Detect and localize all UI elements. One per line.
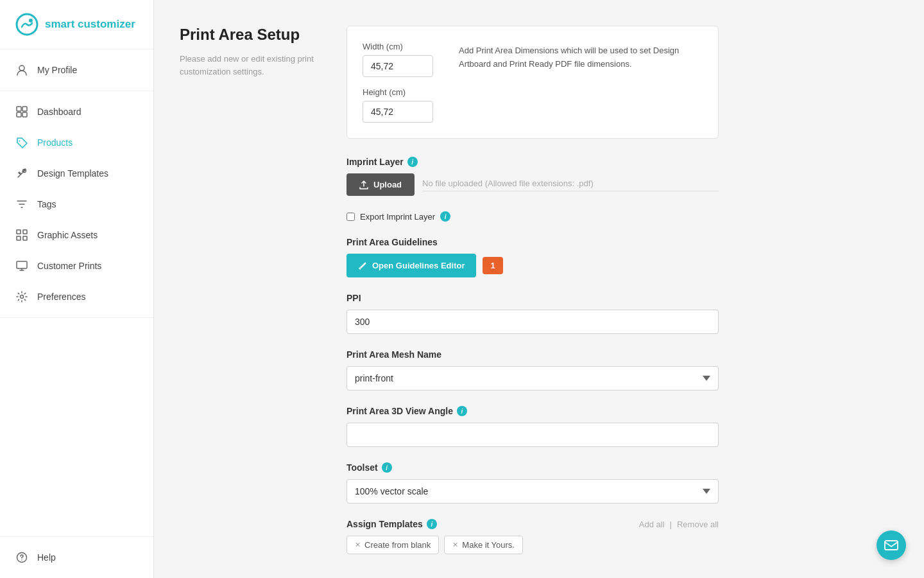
svg-rect-4 — [22, 107, 27, 111]
page-subtitle: Please add new or edit existing print cu… — [180, 53, 321, 78]
chip-close-icon[interactable]: ✕ — [355, 541, 361, 549]
toolset-select[interactable]: 100% vector scale 50% vector scale Raste… — [346, 479, 719, 504]
page-title: Print Area Setup — [180, 26, 321, 44]
export-imprint-info-icon[interactable]: i — [440, 211, 450, 222]
logo-text: smart customizer — [45, 18, 135, 31]
upload-hint: No file uploaded (Allowed file extension… — [422, 179, 719, 191]
guidelines-section: Print Area Guidelines Open Guidelines Ed… — [346, 237, 719, 277]
sidebar-item-design-templates[interactable]: Design Templates — [0, 158, 153, 189]
remove-all-link[interactable]: Remove all — [677, 520, 719, 529]
svg-point-14 — [21, 295, 24, 299]
export-imprint-label[interactable]: Export Imprint Layer i — [346, 211, 719, 222]
gear-icon — [15, 290, 28, 303]
view-angle-info-icon[interactable]: i — [457, 406, 467, 416]
width-input[interactable] — [363, 55, 433, 77]
svg-rect-13 — [17, 261, 27, 268]
nav-bottom-section: Help — [0, 536, 153, 578]
upload-icon — [359, 180, 368, 189]
assign-templates-section: Assign Templates i Add all | Remove all … — [346, 519, 719, 554]
content-area: Print Area Setup Please add new or edit … — [154, 0, 924, 578]
grid-icon — [15, 229, 28, 241]
svg-point-7 — [19, 141, 21, 142]
height-label: Height (cm) — [363, 87, 433, 97]
assign-templates-label: Assign Templates i — [346, 519, 437, 529]
nav-profile-section: My Profile — [0, 49, 153, 91]
sidebar: smart customizer My Profile Dashboard Pr… — [0, 0, 154, 578]
dimensions-inputs: Width (cm) Height (cm) — [363, 42, 433, 123]
sidebar-item-preferences[interactable]: Preferences — [0, 281, 153, 312]
ppi-label: PPI — [346, 293, 719, 303]
view-angle-input[interactable] — [346, 423, 719, 447]
user-icon — [15, 64, 28, 76]
right-panel: Width (cm) Height (cm) Add Print Area Di… — [346, 26, 719, 570]
mail-icon — [884, 538, 898, 552]
upload-button[interactable]: Upload — [346, 173, 415, 196]
chat-fab-button[interactable] — [877, 530, 906, 560]
template-tag-make-it-yours[interactable]: ✕ Make it Yours. — [444, 536, 523, 554]
svg-rect-11 — [17, 236, 21, 240]
svg-rect-9 — [17, 230, 21, 234]
dashboard-icon — [15, 105, 28, 118]
template-tag-create-from-blank[interactable]: ✕ Create from blank — [346, 536, 439, 554]
pencil-icon — [358, 261, 367, 270]
mesh-name-label: Print Area Mesh Name — [346, 349, 719, 360]
svg-point-2 — [19, 66, 24, 71]
sidebar-item-label: Products — [37, 137, 73, 148]
export-imprint-section: Export Imprint Layer i — [346, 211, 719, 222]
height-input[interactable] — [363, 101, 433, 123]
dimensions-description: Add Print Area Dimensions which will be … — [459, 42, 703, 123]
view-angle-section: Print Area 3D View Angle i — [346, 406, 719, 447]
guidelines-label: Print Area Guidelines — [346, 237, 719, 247]
tag-icon — [15, 136, 28, 149]
sidebar-item-label: My Profile — [37, 65, 77, 75]
imprint-layer-info-icon[interactable]: i — [407, 157, 418, 167]
add-all-link[interactable]: Add all — [639, 520, 665, 529]
svg-rect-10 — [23, 230, 27, 234]
guidelines-row: Open Guidelines Editor 1 — [346, 254, 719, 277]
guidelines-badge[interactable]: 1 — [483, 257, 502, 274]
sidebar-item-label: Preferences — [37, 292, 85, 302]
svg-point-1 — [29, 19, 33, 22]
dimensions-card: Width (cm) Height (cm) Add Print Area Di… — [346, 26, 719, 139]
wrench-icon — [15, 167, 28, 180]
sidebar-item-graphic-assets[interactable]: Graphic Assets — [0, 220, 153, 250]
sidebar-item-customer-prints[interactable]: Customer Prints — [0, 250, 153, 281]
ppi-section: PPI — [346, 293, 719, 334]
toolset-section: Toolset i 100% vector scale 50% vector s… — [346, 462, 719, 504]
sidebar-item-label: Help — [37, 552, 56, 563]
svg-rect-3 — [17, 107, 21, 111]
sidebar-item-dashboard[interactable]: Dashboard — [0, 96, 153, 127]
monitor-icon — [15, 259, 28, 272]
left-panel: Print Area Setup Please add new or edit … — [180, 26, 321, 570]
upload-row: Upload No file uploaded (Allowed file ex… — [346, 173, 719, 196]
sidebar-item-help[interactable]: Help — [0, 542, 153, 573]
view-angle-label: Print Area 3D View Angle i — [346, 406, 719, 416]
template-tags-row: ✕ Create from blank ✕ Make it Yours. — [346, 536, 719, 554]
export-imprint-checkbox[interactable] — [346, 213, 355, 221]
sidebar-item-tags[interactable]: Tags — [0, 189, 153, 220]
toolset-info-icon[interactable]: i — [382, 462, 392, 473]
width-label: Width (cm) — [363, 42, 433, 51]
assign-templates-header: Assign Templates i Add all | Remove all — [346, 519, 719, 529]
ppi-input[interactable] — [346, 310, 719, 334]
sidebar-logo: smart customizer — [0, 0, 153, 49]
sidebar-item-label: Customer Prints — [37, 261, 101, 271]
help-icon — [15, 551, 28, 564]
assign-template-actions: Add all | Remove all — [639, 520, 719, 529]
assign-templates-info-icon[interactable]: i — [427, 519, 437, 529]
sidebar-item-my-profile[interactable]: My Profile — [0, 55, 153, 85]
sidebar-item-products[interactable]: Products — [0, 127, 153, 158]
open-guidelines-button[interactable]: Open Guidelines Editor — [346, 254, 476, 277]
chip-close-icon[interactable]: ✕ — [452, 541, 458, 549]
mesh-name-select[interactable]: print-front print-back print-left print-… — [346, 366, 719, 390]
height-field: Height (cm) — [363, 87, 433, 123]
svg-rect-5 — [17, 112, 21, 117]
svg-point-16 — [21, 559, 22, 561]
nav-main-section: Dashboard Products Design Templates Tags… — [0, 91, 153, 318]
svg-rect-17 — [885, 541, 898, 550]
sidebar-item-label: Dashboard — [37, 107, 81, 117]
imprint-layer-section: Imprint Layer i Upload No file uploaded … — [346, 157, 719, 196]
width-field: Width (cm) — [363, 42, 433, 77]
svg-rect-6 — [22, 112, 27, 117]
mesh-name-section: Print Area Mesh Name print-front print-b… — [346, 349, 719, 390]
